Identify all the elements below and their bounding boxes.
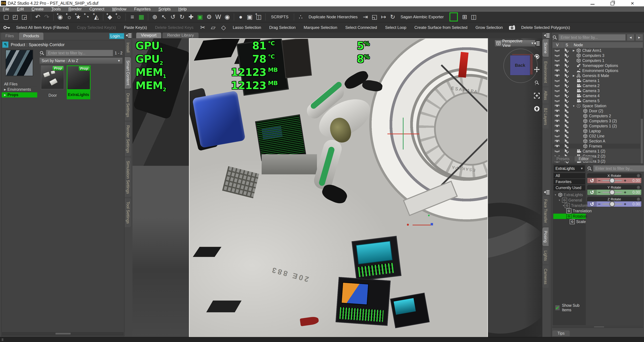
create-spotlight-icon[interactable]: ◔+ <box>83 13 92 21</box>
open-folder-icon[interactable]: ◱ <box>370 13 379 21</box>
checkbox-checked-icon[interactable]: ✔ <box>555 305 560 311</box>
scene-node-row[interactable]: ▶Chair Arm1 <box>552 48 640 53</box>
frame-icon[interactable] <box>533 92 540 99</box>
scene-node-row[interactable]: Frames <box>552 144 640 149</box>
pane-menu-icon[interactable] <box>533 40 540 47</box>
scene-node-row[interactable]: Environment Options <box>552 68 640 73</box>
selectability-cursor-icon[interactable] <box>562 73 571 78</box>
visibility-eye-icon[interactable] <box>552 64 562 68</box>
expand-arrow-icon[interactable]: ▼ <box>571 105 576 107</box>
menu-window[interactable]: Window <box>112 7 126 12</box>
home-icon[interactable] <box>533 105 540 112</box>
tab-tips-bottom[interactable]: Tips <box>552 330 570 336</box>
close-button[interactable]: × <box>630 1 634 5</box>
side-tab-lights[interactable]: Lights <box>542 247 548 264</box>
expand-arrow-icon[interactable]: ▼ <box>554 193 558 196</box>
category-props[interactable]: ▶Props <box>2 92 37 98</box>
duplicate-node-icon-icon[interactable]: ∴ <box>296 13 305 21</box>
param-group-translation[interactable]: GTranslation <box>553 208 586 214</box>
selectability-cursor-icon[interactable] <box>562 119 571 124</box>
render-preview-icon[interactable]: ▣ <box>245 13 254 21</box>
param-group-scale[interactable]: GScale <box>553 219 586 224</box>
create-distant-light-icon[interactable]: ☼+ <box>65 13 74 21</box>
product-card-extralights[interactable]: PropExtraLights <box>67 66 90 100</box>
scene-node-row[interactable]: Computers 3 <box>552 53 640 58</box>
selectability-cursor-icon[interactable] <box>562 88 571 93</box>
open-file-icon[interactable]: ◰ <box>11 13 20 21</box>
create-camera-icon[interactable]: ◉+ <box>56 13 65 21</box>
visibility-eye-icon[interactable] <box>552 134 562 138</box>
scene-node-row[interactable]: Camera 4 <box>552 93 640 98</box>
scene-node-row[interactable]: Camera 3 <box>552 88 640 93</box>
menu-connect[interactable]: Connect <box>90 7 104 12</box>
sagan-alembic-exporter-button[interactable]: Sagan Alembic Exporter <box>400 15 444 19</box>
drag-selection-button[interactable]: Drag Selection <box>269 25 296 30</box>
active-pose-tool-icon[interactable]: ▣ <box>196 13 204 21</box>
visibility-eye-icon[interactable] <box>552 104 562 108</box>
side-tab-abas[interactable]: ABas <box>542 87 548 103</box>
gizmo-dot-green[interactable] <box>428 215 430 216</box>
selectability-cursor-icon[interactable] <box>562 124 571 129</box>
visibility-eye-icon[interactable] <box>552 69 562 73</box>
scene-node-row[interactable]: Tonemapper Options <box>552 63 640 68</box>
scene-node-row[interactable]: Computers 3 (2) <box>552 119 640 124</box>
visibility-eye-icon[interactable] <box>552 59 562 63</box>
duplicate-node-hierarchies-button[interactable]: Duplicate Node Hierarchies <box>308 15 358 19</box>
nav-back-button[interactable]: ◄ <box>627 34 634 41</box>
lasso-icon-icon[interactable]: ◇ <box>219 23 228 32</box>
scene-scrollbar[interactable]: ▲▼ <box>641 48 643 179</box>
decrement-button[interactable]: − <box>597 190 602 195</box>
back-button[interactable]: ↰ <box>2 42 8 48</box>
new-file-icon[interactable]: ▢ <box>2 13 11 21</box>
visibility-eye-icon[interactable] <box>552 124 562 128</box>
snapshot-icon[interactable] <box>508 23 516 32</box>
selectability-cursor-icon[interactable] <box>562 68 571 73</box>
select-connected-button[interactable]: Select Connected <box>345 25 377 30</box>
product-card-door[interactable]: PropDoor <box>41 66 64 100</box>
gizmo-axis-red[interactable] <box>412 225 433 225</box>
filter-item-all[interactable]: All <box>554 173 585 178</box>
slider-knob[interactable] <box>609 201 615 207</box>
tab-viewport[interactable]: Viewport <box>136 32 161 38</box>
keymate-icon[interactable]: ▦ <box>137 13 146 21</box>
side-tab-install[interactable]: Install <box>125 39 131 56</box>
column-node[interactable]: Node <box>572 42 643 48</box>
parameter-filter-input[interactable] <box>593 165 644 172</box>
selectability-cursor-icon[interactable] <box>562 108 571 113</box>
decrement-button[interactable]: − <box>597 178 602 183</box>
restore-button[interactable] <box>611 2 614 5</box>
delete-selected-polygon-s-button[interactable]: Delete Selected Polygon(s) <box>521 25 570 30</box>
increment-button[interactable]: + <box>622 202 628 207</box>
selectability-cursor-icon[interactable] <box>562 48 571 53</box>
lasso-selection-button[interactable]: Lasso Selection <box>233 25 261 30</box>
visibility-eye-icon[interactable] <box>552 129 562 133</box>
show-sub-items[interactable]: ✔ Show Sub Items <box>555 303 586 312</box>
geometry-pencil-icon-icon[interactable]: ▱ <box>209 23 218 32</box>
gizmo-handle-blue[interactable] <box>431 223 433 225</box>
tab-files[interactable]: Files <box>1 33 18 40</box>
param-group-extralights[interactable]: ▼ExtraLights <box>553 192 586 197</box>
paste-key-s-button[interactable]: Paste Key(s) <box>124 25 147 30</box>
horizontal-scrollbar[interactable] <box>2 332 124 335</box>
scene-node-row[interactable]: Camera 5 <box>552 98 640 103</box>
node-selection-tool-icon[interactable]: ↖ <box>159 13 168 21</box>
side-tab-posing[interactable]: Posing <box>542 227 548 246</box>
menu-edit[interactable]: Edit <box>17 7 24 12</box>
sort-dropdown[interactable]: Sort by Name : A to Z▼ <box>40 58 122 64</box>
selectability-cursor-icon[interactable] <box>562 139 571 144</box>
side-tab-render-settings[interactable]: Render Settings <box>125 122 131 156</box>
splitter[interactable] <box>552 326 643 328</box>
selectability-cursor-icon[interactable] <box>562 78 571 83</box>
reload-file-icon[interactable]: ↻ <box>388 13 397 21</box>
selectability-cursor-icon[interactable] <box>562 63 571 68</box>
visibility-eye-icon[interactable] <box>552 119 562 123</box>
gear-icon[interactable] <box>636 186 640 189</box>
selectability-cursor-icon[interactable] <box>562 58 571 63</box>
nav-forward-button[interactable]: ► <box>636 34 643 41</box>
category-environments[interactable]: ▶Environments <box>2 87 37 92</box>
menu-file[interactable]: File <box>3 7 9 12</box>
select-all-item-keys-filtered-button[interactable]: Select All Item Keys (Filtered) <box>16 25 69 30</box>
marquee-selection-button[interactable]: Marquee Selection <box>304 25 337 30</box>
visibility-eye-icon[interactable] <box>552 94 562 98</box>
slider-track[interactable] <box>602 204 622 205</box>
